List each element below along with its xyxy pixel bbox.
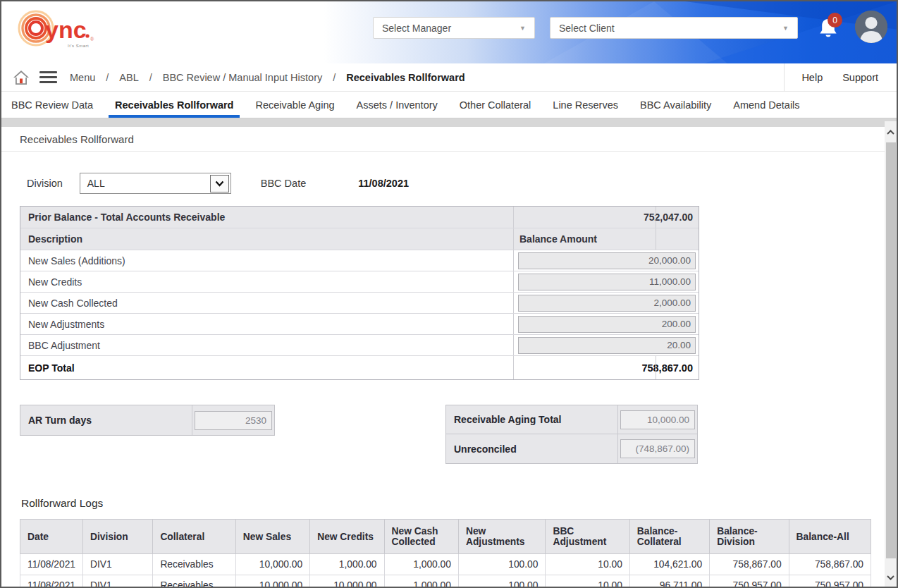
rollforward-logs-title: Rollforward Logs — [21, 497, 885, 510]
division-select[interactable]: ALL — [80, 173, 231, 194]
col-division[interactable]: Division — [83, 520, 153, 554]
help-link[interactable]: Help — [801, 72, 823, 83]
balance-amount-column-header: Balance Amount — [514, 228, 699, 250]
new-sales-input[interactable] — [518, 252, 696, 269]
cell-new-credits: 10,000.00 — [310, 575, 384, 588]
row-label: BBC Adjustment — [20, 335, 514, 355]
tab-assets-inventory[interactable]: Assets / Inventory — [357, 92, 438, 118]
breadcrumb-separator: / — [333, 72, 336, 83]
breadcrumb-menu[interactable]: Menu — [70, 72, 95, 83]
col-new-sales[interactable]: New Sales — [235, 520, 309, 554]
tab-bbc-availability[interactable]: BBC Availability — [640, 92, 711, 118]
tab-other-collateral[interactable]: Other Collateral — [460, 92, 531, 118]
col-date[interactable]: Date — [20, 520, 83, 554]
tab-receivable-aging[interactable]: Receivable Aging — [255, 92, 334, 118]
col-balance-division[interactable]: Balance-Division — [710, 520, 789, 554]
eop-total-value: 758,867.00 — [514, 356, 699, 379]
notification-badge: 0 — [828, 13, 842, 27]
breadcrumb-item-abl[interactable]: ABL — [119, 72, 138, 83]
tab-receivables-rollforward[interactable]: Receivables Rollforward — [115, 92, 233, 118]
breadcrumb-separator: / — [106, 72, 109, 83]
help-support-links: Help Support — [784, 63, 897, 91]
bbc-date-label: BBC Date — [261, 178, 306, 189]
cell-balance-all: 750,957.00 — [789, 575, 871, 588]
cell-new-cash-collected: 1,000.00 — [384, 554, 458, 575]
select-client-value: Select Client — [559, 23, 615, 34]
table-row: New Adjustments — [20, 314, 699, 335]
row-label: New Adjustments — [20, 314, 514, 334]
page-title: Receivables Rollforward — [1, 127, 885, 152]
bbc-adjustment-input[interactable] — [518, 337, 696, 354]
col-new-credits[interactable]: New Credits — [310, 520, 384, 554]
scroll-down-arrow-icon[interactable] — [885, 570, 897, 585]
unreconciled-input[interactable] — [620, 439, 695, 458]
cync-logo[interactable]: ync ® It's Smart — [13, 4, 104, 61]
table-row: 11/08/2021 DIV1 Receivables 10,000.00 10… — [20, 575, 871, 588]
rollforward-logs-table: Date Division Collateral New Sales New C… — [20, 519, 871, 588]
cell-bbc-adjustment: 10.00 — [546, 554, 629, 575]
ar-turn-days-input[interactable] — [195, 411, 272, 430]
chevron-down-icon: ▼ — [782, 25, 789, 32]
breadcrumb-separator: / — [149, 72, 152, 83]
cell-new-sales: 10,000.00 — [235, 554, 309, 575]
scrollbar-thumb[interactable] — [886, 142, 896, 558]
cell-new-adjustments: 100.00 — [458, 575, 545, 588]
col-bbc-adjustment[interactable]: BBC Adjustment — [546, 520, 629, 554]
cell-balance-division: 758,867.00 — [710, 554, 789, 575]
app-window: ync ® It's Smart Select Manager ▼ Select… — [0, 0, 898, 588]
chevron-down-icon: ▼ — [519, 25, 526, 32]
cell-balance-all: 758,867.00 — [789, 554, 871, 575]
select-arrow-button[interactable] — [210, 175, 229, 192]
home-icon[interactable] — [13, 70, 30, 85]
table-row: New Credits — [20, 271, 699, 293]
prior-balance-row: Prior Balance - Total Accounts Receivabl… — [20, 207, 699, 228]
eop-total-row: EOP Total 758,867.00 — [20, 356, 699, 379]
ar-turn-days-box: AR Turn days — [20, 405, 275, 436]
cell-balance-collateral: 104,621.00 — [629, 554, 709, 575]
user-avatar[interactable] — [855, 11, 887, 43]
hamburger-menu-icon[interactable] — [39, 71, 57, 83]
prior-balance-label: Prior Balance - Total Accounts Receivabl… — [20, 207, 514, 228]
tab-line-reserves[interactable]: Line Reserves — [553, 92, 618, 118]
col-balance-collateral[interactable]: Balance-Collateral — [629, 520, 709, 554]
description-column-header: Description — [20, 228, 514, 250]
receivable-aging-total-input[interactable] — [620, 410, 695, 429]
cell-division: DIV1 — [83, 554, 153, 575]
aging-reconciliation-box: Receivable Aging Total Unreconciled — [445, 405, 698, 464]
select-manager-dropdown[interactable]: Select Manager ▼ — [373, 17, 535, 39]
cync-logo-icon: ync ® — [13, 4, 104, 61]
breadcrumb: Menu / ABL / BBC Review / Manual Input H… — [1, 63, 897, 92]
svg-text:®: ® — [90, 37, 94, 42]
logo-tagline: It's Smart — [68, 44, 89, 48]
cell-bbc-adjustment: 10.00 — [546, 575, 629, 588]
col-balance-all[interactable]: Balance-All — [789, 520, 871, 554]
col-new-adjustments[interactable]: New Adjustments — [458, 520, 545, 554]
vertical-scrollbar[interactable] — [885, 121, 897, 587]
new-adjustments-input[interactable] — [518, 316, 696, 333]
main-panel: Receivables Rollforward Division ALL BBC… — [1, 127, 885, 587]
cell-balance-division: 750,957.00 — [710, 575, 789, 588]
division-label: Division — [27, 178, 63, 189]
page-background-strip — [1, 118, 897, 127]
support-link[interactable]: Support — [842, 72, 878, 83]
tab-amend-details[interactable]: Amend Details — [733, 92, 799, 118]
cell-collateral: Receivables — [153, 554, 235, 575]
table-row: BBC Adjustment — [20, 335, 699, 356]
scroll-up-arrow-icon[interactable] — [885, 124, 897, 140]
cell-new-sales: 10,000.00 — [235, 575, 309, 588]
summary-section: AR Turn days Receivable Aging Total Unre… — [20, 405, 885, 464]
col-new-cash-collected[interactable]: New Cash Collected — [384, 520, 458, 554]
cell-division: DIV1 — [83, 575, 153, 588]
select-client-dropdown[interactable]: Select Client ▼ — [550, 17, 798, 39]
top-header: ync ® It's Smart Select Manager ▼ Select… — [1, 1, 897, 63]
cell-new-credits: 1,000.00 — [310, 554, 384, 575]
ar-turn-days-label: AR Turn days — [20, 405, 192, 435]
col-collateral[interactable]: Collateral — [153, 520, 235, 554]
new-credits-input[interactable] — [518, 274, 696, 290]
cell-new-adjustments: 100.00 — [458, 554, 545, 575]
breadcrumb-item-bbc-review[interactable]: BBC Review / Manual Input History — [163, 72, 322, 83]
notifications-button[interactable]: 0 — [818, 17, 847, 45]
table-row: New Cash Collected — [20, 293, 699, 314]
tab-bbc-review-data[interactable]: BBC Review Data — [11, 92, 93, 118]
new-cash-collected-input[interactable] — [518, 295, 696, 312]
